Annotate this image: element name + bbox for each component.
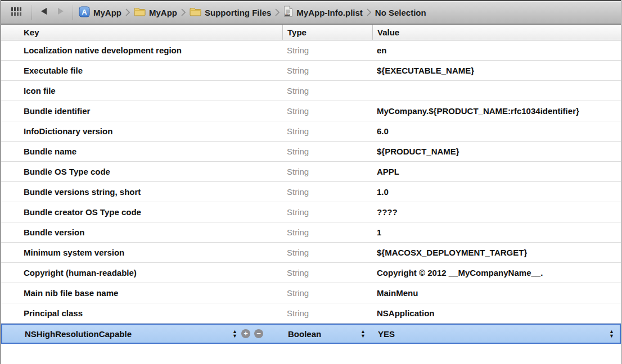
row-type: String [287, 288, 309, 298]
value-cell: en [372, 40, 621, 60]
row-type: String [287, 187, 309, 197]
table-header: Key Type Value [1, 25, 621, 40]
column-header-type: Type [282, 25, 372, 40]
toolbar-separator [31, 5, 32, 20]
row-value: APPL [377, 167, 399, 176]
table-row[interactable]: Localization native development region S… [1, 40, 621, 61]
type-stepper[interactable] [360, 329, 366, 338]
row-key: Bundle OS Type code [24, 167, 110, 176]
table-row[interactable]: Bundle identifier String MyCompany.${PRO… [1, 101, 621, 121]
value-cell: MainMenu [372, 283, 621, 303]
key-cell: Executable file [1, 61, 282, 80]
breadcrumb-label: MyApp [93, 8, 121, 17]
row-value: MyCompany.${PRODUCT_NAME:rfc1034identifi… [377, 106, 579, 116]
key-cell: Bundle creator OS Type code [1, 202, 282, 222]
row-key: Bundle identifier [24, 106, 90, 116]
type-cell: String [282, 283, 372, 303]
row-type: String [287, 147, 309, 156]
value-cell: YES [373, 325, 620, 343]
table-body: Localization native development region S… [1, 40, 621, 344]
type-cell: String [282, 61, 372, 80]
value-cell: 1.0 [372, 182, 621, 202]
table-row[interactable]: Bundle OS Type code String APPL [1, 162, 621, 182]
breadcrumb-label: MyApp-Info.plist [296, 8, 362, 17]
row-value: 6.0 [377, 126, 389, 136]
breadcrumb-item-project[interactable]: A MyApp [79, 6, 121, 19]
breadcrumb: A MyApp MyApp [79, 6, 426, 19]
value-stepper[interactable] [609, 329, 614, 338]
type-cell: String [282, 142, 372, 161]
empty-table-area [1, 344, 621, 364]
type-cell: String [282, 263, 372, 283]
type-cell: String [282, 202, 372, 222]
add-row-button[interactable] [241, 329, 250, 338]
remove-row-button[interactable] [254, 329, 263, 338]
table-row[interactable]: InfoDictionary version String 6.0 [1, 121, 621, 142]
key-cell: Localization native development region [1, 40, 282, 60]
row-type: String [287, 86, 309, 95]
value-cell: MyCompany.${PRODUCT_NAME:rfc1034identifi… [372, 101, 621, 121]
row-type: String [287, 228, 309, 237]
forward-button[interactable] [52, 4, 69, 21]
value-cell: APPL [372, 162, 621, 181]
key-cell: Principal class [1, 303, 282, 323]
row-value: ???? [377, 207, 398, 217]
breadcrumb-item-group[interactable]: MyApp [134, 7, 177, 18]
value-cell: ${MACOSX_DEPLOYMENT_TARGET} [372, 243, 621, 262]
folder-icon [190, 7, 201, 18]
row-value: 1.0 [377, 187, 389, 197]
table-row[interactable]: Executable file String ${EXECUTABLE_NAME… [1, 61, 621, 81]
row-value: ${PRODUCT_NAME} [377, 147, 459, 156]
key-stepper[interactable] [232, 329, 237, 338]
table-row[interactable]: Bundle creator OS Type code String ???? [1, 202, 621, 222]
type-cell: String [282, 162, 372, 181]
table-row[interactable]: Bundle versions string, short String 1.0 [1, 182, 621, 202]
value-cell: ???? [372, 202, 621, 222]
breadcrumb-item-supporting-files[interactable]: Supporting Files [190, 7, 271, 18]
row-key: Principal class [24, 308, 83, 318]
row-type: String [287, 126, 309, 136]
row-type: String [287, 207, 309, 217]
key-cell: NSHighResolutionCapable [2, 325, 283, 343]
back-button[interactable] [35, 4, 52, 21]
row-value: Copyright © 2012 __MyCompanyName__. [377, 268, 543, 277]
table-row[interactable]: Bundle name String ${PRODUCT_NAME} [1, 142, 621, 162]
type-cell: String [282, 243, 372, 262]
table-row[interactable]: Main nib file base name String MainMenu [1, 283, 621, 303]
stepper-down-icon[interactable] [232, 334, 237, 338]
related-items-button[interactable] [7, 4, 28, 21]
value-cell: ${PRODUCT_NAME} [372, 142, 621, 161]
back-arrow-icon [39, 7, 48, 18]
row-key: Localization native development region [24, 46, 182, 55]
table-row[interactable]: NSHighResolutionCapable Boolean YES [1, 324, 621, 344]
type-cell: String [282, 40, 372, 60]
key-cell: Bundle identifier [1, 101, 282, 121]
key-cell: Copyright (human-readable) [1, 263, 282, 283]
table-row[interactable]: Copyright (human-readable) String Copyri… [1, 263, 621, 283]
row-value: 1 [377, 228, 381, 237]
table-row[interactable]: Minimum system version String ${MACOSX_D… [1, 243, 621, 263]
row-value: ${EXECUTABLE_NAME} [377, 66, 474, 75]
value-cell: 6.0 [372, 121, 621, 141]
value-cell: NSApplication [372, 303, 621, 323]
value-controls [609, 329, 620, 338]
row-key: Bundle version [24, 228, 84, 237]
row-type: String [287, 268, 309, 277]
table-row[interactable]: Icon file String [1, 81, 621, 101]
column-header-value: Value [372, 25, 621, 40]
stepper-down-icon[interactable] [360, 334, 366, 338]
table-row[interactable]: Bundle version String 1 [1, 222, 621, 243]
key-cell: Minimum system version [1, 243, 282, 262]
breadcrumb-label: MyApp [149, 8, 177, 17]
row-key: NSHighResolutionCapable [25, 329, 132, 339]
row-type: String [287, 308, 309, 318]
table-row[interactable]: Principal class String NSApplication [1, 303, 621, 324]
column-header-key: Key [1, 25, 282, 40]
breadcrumb-item-plist-file[interactable]: PLIST MyApp-Info.plist [283, 6, 362, 19]
forward-arrow-icon [56, 7, 65, 18]
breadcrumb-item-no-selection[interactable]: No Selection [375, 8, 426, 17]
row-key: Copyright (human-readable) [24, 268, 137, 277]
type-cell: String [282, 222, 372, 242]
row-key: Executable file [24, 66, 83, 75]
stepper-down-icon[interactable] [609, 334, 614, 338]
